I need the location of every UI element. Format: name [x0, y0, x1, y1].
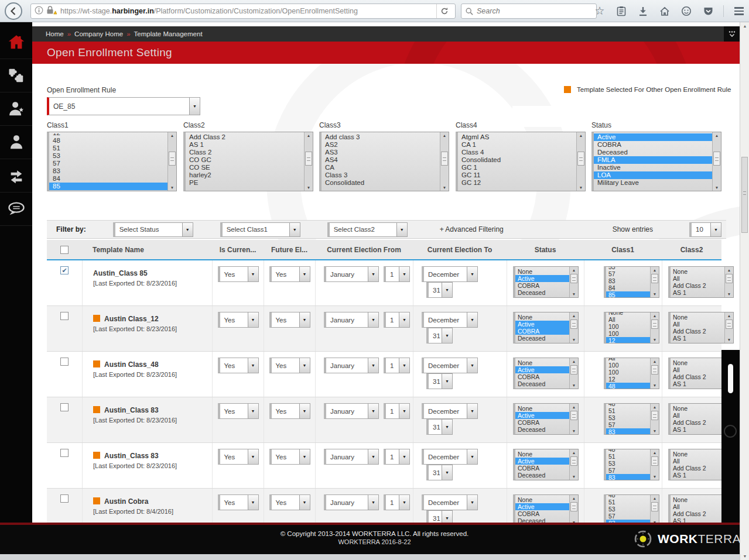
list-item[interactable]: Class 2 [186, 149, 304, 156]
list-item[interactable]: 84 [606, 284, 650, 291]
class3-listbox[interactable]: Add class 3AS2AS3AS4CAClass 3Consolidate… [319, 132, 449, 191]
to-month-select[interactable]: December▼ [422, 449, 478, 465]
list-item[interactable]: 57 [606, 270, 650, 277]
scroll-thumb[interactable] [651, 319, 658, 329]
list-item[interactable]: AS 1 [671, 335, 724, 342]
row-checkbox[interactable] [60, 358, 69, 366]
list-item[interactable]: COBRA [515, 282, 569, 289]
scroll-thumb[interactable] [305, 152, 312, 166]
is-current-select[interactable]: Yes▼ [218, 312, 259, 328]
list-item[interactable]: Deceased [515, 426, 569, 433]
from-day-select[interactable]: 1▼ [384, 312, 410, 328]
scroll-down-icon[interactable]: ▼ [570, 291, 578, 297]
listbox-scrollbar[interactable]: ▲▼ [724, 267, 733, 297]
list-item[interactable]: FMLA [594, 156, 712, 164]
status-listbox[interactable]: NoneActiveCOBRADeceased▲▼ [513, 266, 579, 298]
list-item[interactable]: None [515, 314, 569, 321]
listbox-scrollbar[interactable]: ▲▼ [576, 132, 585, 191]
scroll-thumb[interactable] [651, 365, 658, 375]
list-item[interactable]: 53 [606, 414, 650, 421]
row-checkbox[interactable] [60, 494, 69, 503]
list-item[interactable]: 53 [606, 506, 650, 513]
header-cell[interactable]: Is Curren... [212, 246, 264, 254]
list-item[interactable]: AS 1 [671, 380, 724, 387]
list-item[interactable]: All [606, 316, 650, 323]
list-item[interactable]: COBRA [594, 141, 712, 149]
list-item[interactable]: None [515, 268, 569, 275]
breadcrumb-item[interactable]: Template Management [134, 30, 203, 37]
scroll-down-icon[interactable]: ▼ [168, 184, 176, 191]
bookmark-star-icon[interactable]: ☆ [593, 5, 606, 18]
scroll-thumb[interactable] [570, 411, 577, 420]
list-item[interactable]: 100 [606, 369, 650, 376]
scroll-up-icon[interactable]: ▲ [570, 404, 578, 410]
scroll-up-icon[interactable]: ▲ [440, 132, 449, 139]
status-listbox[interactable]: NoneActiveCOBRADeceased▲▼ [513, 403, 579, 435]
browser-scrollbar[interactable]: ▲ ▼ [740, 22, 749, 560]
list-item[interactable]: Class 3 [322, 171, 440, 179]
scroll-down-icon[interactable]: ▼ [725, 336, 733, 343]
list-item[interactable]: 12 [606, 337, 650, 343]
list-item[interactable]: None [671, 496, 724, 503]
pocket-icon[interactable] [702, 5, 714, 18]
scroll-up-icon[interactable]: ▲ [651, 495, 659, 501]
scroll-up-icon[interactable]: ▲ [570, 312, 578, 319]
list-item[interactable]: None [671, 359, 724, 366]
list-item[interactable]: All [671, 275, 724, 282]
filter-select-select-status[interactable]: Select Status▼ [113, 222, 193, 237]
scroll-down-icon[interactable]: ▼ [651, 291, 659, 297]
scroll-down-icon[interactable]: ▼ [570, 473, 578, 480]
future-election-select[interactable]: Yes▼ [269, 312, 310, 328]
list-item[interactable]: Active [515, 458, 569, 465]
header-cell[interactable]: Current Election From [315, 246, 413, 254]
list-item[interactable]: Active [594, 133, 712, 141]
list-item[interactable]: 57 [606, 467, 650, 474]
scroll-thumb[interactable] [441, 152, 448, 166]
list-item[interactable]: Inactive [594, 164, 712, 171]
list-item[interactable]: AS3 [322, 149, 440, 156]
listbox-scrollbar[interactable]: ▲▼ [440, 132, 449, 191]
scroll-down-icon[interactable]: ▼ [440, 184, 449, 191]
scroll-track[interactable] [168, 139, 176, 184]
class4-listbox[interactable]: Atgml ASCA 1Class 4ConsolidatedGC 1GC 11… [456, 132, 586, 191]
from-day-select[interactable]: 1▼ [384, 449, 410, 465]
row-checkbox[interactable] [60, 312, 69, 320]
messenger-icon[interactable] [680, 5, 693, 18]
search-input[interactable] [477, 7, 582, 15]
scrollbar-up-icon[interactable]: ▲ [740, 22, 749, 30]
class1-listbox[interactable]: 4851535783▲▼ [604, 449, 659, 480]
list-item[interactable]: None [671, 268, 724, 275]
scroll-track[interactable] [570, 410, 578, 428]
scroll-up-icon[interactable]: ▲ [651, 449, 659, 456]
from-day-select[interactable]: 1▼ [384, 494, 410, 510]
list-item[interactable]: GC 1 [458, 164, 576, 171]
to-day-select[interactable]: 31▼ [426, 510, 453, 523]
to-month-select[interactable]: December▼ [422, 358, 478, 373]
scrollbar-down-icon[interactable]: ▼ [740, 552, 749, 560]
list-item[interactable]: AS 1 [671, 426, 724, 433]
status-listbox[interactable]: NoneActiveCOBRADeceased▲▼ [513, 494, 579, 523]
list-item[interactable]: 85 [49, 183, 167, 190]
list-item[interactable]: 100 [606, 330, 650, 337]
list-item[interactable]: 100 [606, 362, 650, 369]
lock-warning-icon[interactable] [46, 5, 57, 17]
sidebar-item-configuration[interactable] [0, 59, 32, 92]
list-item[interactable]: COBRA [515, 328, 569, 335]
header-cell[interactable]: Class2 [662, 246, 721, 254]
list-item[interactable]: 51 [606, 499, 650, 506]
list-item[interactable]: None [671, 451, 724, 458]
list-item[interactable]: 57 [606, 421, 650, 428]
to-day-select[interactable]: 31▼ [426, 465, 453, 480]
from-month-select[interactable]: January▼ [324, 312, 379, 328]
to-month-select[interactable]: December▼ [422, 403, 478, 419]
class1-listbox[interactable]: 5357838485▲▼ [604, 266, 659, 298]
scroll-up-icon[interactable]: ▲ [651, 358, 659, 365]
scroll-up-icon[interactable]: ▲ [570, 267, 578, 273]
class2-listbox[interactable]: NoneAllAdd Class 2AS 1▲▼ [668, 312, 734, 343]
scroll-up-icon[interactable]: ▲ [651, 267, 659, 273]
list-item[interactable]: AS 1 [671, 472, 724, 479]
list-item[interactable]: Add Class 2 [671, 282, 724, 289]
list-item[interactable]: Add Class 2 [186, 133, 304, 141]
list-item[interactable]: All [671, 503, 724, 510]
status-listbox[interactable]: NoneActiveCOBRADeceased▲▼ [513, 312, 579, 343]
